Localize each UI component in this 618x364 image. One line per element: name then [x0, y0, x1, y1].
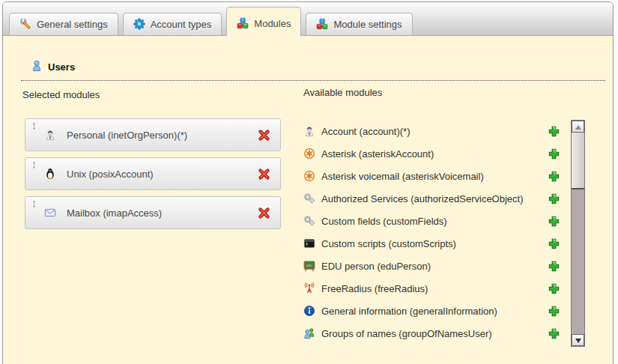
available-module-custom-scripts: Custom scripts (customScripts): [303, 232, 560, 255]
available-module-asterisk-voicemail: Asterisk voicemail (asteriskVoicemail): [303, 165, 560, 187]
scroll-down-icon: [575, 339, 581, 343]
wrench-icon: [19, 18, 31, 30]
section-title: Users: [48, 61, 75, 73]
selected-modules-list: Personal (inetOrgPerson)(*) Unix (posixA…: [25, 118, 281, 235]
drag-handle-icon[interactable]: [30, 200, 38, 208]
scroll-down-button[interactable]: [572, 334, 584, 346]
available-modules-heading: Available modules: [303, 87, 382, 98]
gears-icon: [303, 192, 315, 204]
remove-module-button[interactable]: [258, 168, 270, 181]
modules-tab-content: Users Selected modules Available modules…: [3, 37, 613, 364]
add-module-button[interactable]: [548, 170, 560, 183]
selected-module-personal[interactable]: Personal (inetOrgPerson)(*): [25, 118, 281, 151]
add-module-button[interactable]: [548, 260, 560, 273]
remove-module-button[interactable]: [258, 207, 270, 219]
add-module-button[interactable]: [548, 327, 560, 340]
available-module-edu-person: abc EDU person (eduPerson): [303, 255, 560, 277]
penguin-icon: [44, 168, 56, 180]
tab-account-types[interactable]: Account types: [123, 13, 222, 35]
add-module-button[interactable]: [548, 305, 560, 318]
add-module-button[interactable]: [548, 125, 560, 138]
available-module-authorized-services: Authorized Services (authorizedServiceOb…: [303, 187, 560, 210]
svg-text:abc: abc: [306, 264, 313, 267]
mail-icon: [44, 207, 56, 219]
selected-module-unix[interactable]: Unix (posixAccount): [25, 157, 281, 190]
available-module-asterisk: Asterisk (asteriskAccount): [303, 142, 560, 165]
available-modules-list: Account (account)(*) Asterisk (asteriskA…: [303, 120, 560, 345]
available-module-account: Account (account)(*): [303, 120, 560, 142]
drag-handle-icon[interactable]: [30, 161, 38, 169]
scroll-up-button[interactable]: [572, 121, 584, 133]
tab-general-settings[interactable]: General settings: [9, 13, 118, 35]
add-module-button[interactable]: [548, 282, 560, 295]
section-divider: [21, 80, 605, 81]
asterisk-icon: [303, 170, 315, 182]
section-header: Users: [31, 60, 75, 74]
antenna-icon: [303, 282, 315, 294]
available-module-custom-fields: Custom fields (customFields): [303, 210, 560, 232]
available-modules-scrollbar[interactable]: [571, 120, 585, 347]
chalkboard-icon: abc: [303, 260, 315, 272]
group-icon: [303, 327, 315, 339]
gear-icon: [133, 18, 145, 30]
add-module-button[interactable]: [548, 148, 560, 160]
tab-modules[interactable]: Modules: [226, 7, 301, 36]
available-module-freeradius: FreeRadius (freeRadius): [303, 277, 560, 300]
modules-icon: [316, 18, 328, 30]
add-module-button[interactable]: [548, 215, 560, 228]
configuration-panel: General settings Account types Modules M…: [2, 1, 614, 364]
terminal-icon: [303, 237, 315, 249]
selected-modules-heading: Selected modules: [22, 89, 100, 100]
tab-module-settings[interactable]: Module settings: [306, 13, 412, 35]
remove-module-button[interactable]: [258, 129, 270, 142]
selected-module-mailbox[interactable]: Mailbox (imapAccess): [25, 196, 281, 229]
drag-handle-icon[interactable]: [30, 122, 38, 130]
gears-icon: [303, 215, 315, 227]
modules-icon: [237, 17, 249, 29]
scrollbar-thumb[interactable]: [572, 133, 584, 189]
info-icon: [303, 305, 315, 317]
available-module-groups-of-names: Groups of names (groupOfNamesUser): [303, 322, 560, 345]
person-icon: [303, 125, 315, 137]
scroll-up-icon: [575, 125, 581, 130]
add-module-button[interactable]: [548, 237, 560, 250]
tab-bar: General settings Account types Modules M…: [3, 2, 613, 36]
add-module-button[interactable]: [548, 192, 560, 205]
user-pawn-icon: [31, 60, 43, 74]
person-icon: [44, 129, 56, 141]
available-module-general-information: General information (generalInformation): [303, 300, 560, 322]
asterisk-icon: [303, 148, 315, 160]
